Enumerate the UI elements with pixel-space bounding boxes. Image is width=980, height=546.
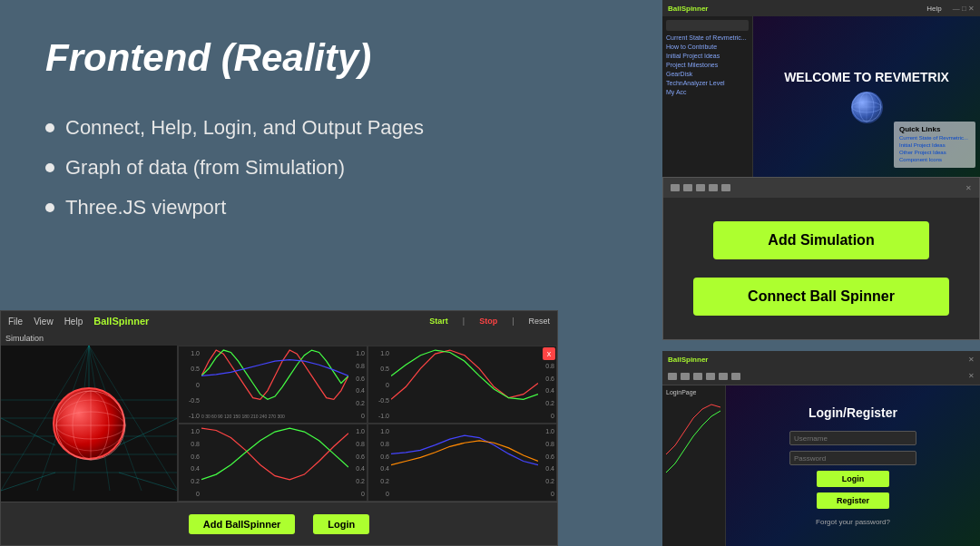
y2-label-2: 0 — [370, 382, 389, 388]
login-sidebar-graph — [666, 400, 725, 509]
page-title: Frontend (Reality) — [45, 36, 590, 80]
quick-link-4[interactable]: Component Icons — [899, 157, 970, 162]
sidebar-item-7[interactable]: My Acc — [666, 89, 749, 95]
y3-label-1: 0.8 — [181, 441, 200, 447]
login-toolbar-icon-5 — [719, 373, 728, 380]
login-toolbar-icon-1 — [668, 373, 677, 380]
graph-4-y-axis-right: 1.0 0.8 0.6 0.4 0.2 0 — [538, 424, 556, 501]
bullet-item-3: Three.JS viewport — [45, 196, 590, 219]
graphs-close-button[interactable]: x — [543, 347, 555, 360]
menu-file[interactable]: File — [8, 317, 23, 327]
login-toolbar-icon-2 — [681, 373, 690, 380]
y-label-1-4: -1.0 — [181, 413, 200, 419]
add-ballspinner-button[interactable]: Add BallSpinner — [189, 514, 296, 534]
sim-label: Simulation — [5, 334, 44, 343]
app-title: BallSpinner — [93, 316, 149, 327]
yr3-1: 0.8 — [350, 441, 365, 447]
red-ball — [53, 387, 125, 460]
y4-label-4: 0.2 — [370, 478, 389, 484]
login-toolbar-close[interactable]: ✕ — [968, 372, 975, 380]
login-button-app[interactable]: Login — [313, 514, 369, 534]
sidebar-item-6[interactable]: TechnAnalyzer Level — [666, 80, 749, 86]
quick-link-3[interactable]: Other Project Ideas — [899, 150, 970, 155]
app-titlebar: File View Help BallSpinner Start | Stop … — [1, 311, 557, 331]
graph-3-svg — [201, 424, 348, 483]
add-simulation-button[interactable]: Add Simulation — [713, 221, 928, 259]
mid-toolbar: ✕ — [663, 178, 979, 198]
toolbar-icon-2 — [683, 184, 692, 191]
login-page-label: LoginPage — [666, 389, 721, 395]
graph-3-y-axis: 1.0 0.8 0.6 0.4 0.2 0 — [179, 424, 201, 501]
welcome-ball-svg — [851, 92, 883, 123]
yr4-2: 0.6 — [540, 453, 554, 460]
yr3-0: 1.0 — [350, 428, 365, 434]
mid-close-icon[interactable]: ✕ — [965, 184, 972, 192]
yr4-4: 0.2 — [540, 478, 554, 484]
y-label-1-3: -0.5 — [181, 397, 200, 404]
bullet-item-1: Connect, Help, Login, and Output Pages — [45, 116, 590, 140]
graph-2-svg — [391, 346, 538, 405]
sidebar-search-box[interactable] — [666, 20, 749, 31]
graph-panel-2: 1.0 0.5 0 -0.5 -1.0 1.0 0.8 0.6 0.4 0.2 … — [368, 346, 557, 424]
forgot-password-link[interactable]: Forgot your password? — [816, 518, 890, 526]
register-button[interactable]: Register — [817, 492, 889, 509]
toolbar-icon-4 — [709, 184, 718, 191]
bullet-item-2: Graph of data (from Simulation) — [45, 156, 590, 180]
graph-3-y-axis-right: 1.0 0.8 0.6 0.4 0.2 0 — [348, 424, 367, 501]
sidebar-item-5[interactable]: GearDisk — [666, 71, 749, 77]
y-label-1-1: 0.5 — [181, 366, 200, 372]
welcome-toolbar-icons: — □ ✕ — [953, 5, 975, 13]
y3-label-3: 0.4 — [181, 465, 200, 472]
sidebar-item-3[interactable]: Initial Project Ideas — [666, 53, 749, 59]
svg-line-14 — [1, 473, 55, 491]
y4-label-5: 0 — [370, 491, 389, 497]
sidebar-item-1[interactable]: Current State of Revmetric... — [666, 34, 749, 41]
login-content: LoginPage Login/Register Login Register … — [662, 385, 980, 546]
sidebar-item-4[interactable]: Project Milestones — [666, 62, 749, 68]
yr2-4: 0.2 — [540, 400, 554, 406]
welcome-main-area: WELCOME TO REVMETRIX Quick Links Current… — [753, 16, 980, 177]
yr-1-3: 0.4 — [350, 387, 365, 394]
menu-view[interactable]: View — [34, 317, 54, 327]
welcome-menu-help[interactable]: Help — [926, 5, 941, 13]
welcome-titlebar: BallSpinner Help — □ ✕ — [662, 0, 980, 16]
yr-1-1: 0.8 — [350, 363, 365, 369]
login-toolbar: ✕ — [662, 367, 980, 385]
bullet-dot-1 — [45, 123, 54, 132]
y4-label-2: 0.6 — [370, 453, 389, 460]
graphs-area: x 1.0 0.5 0 -0.5 -1.0 — [178, 346, 557, 502]
yr2-1: 0.8 — [540, 363, 554, 369]
yr2-2: 0.6 — [540, 375, 554, 382]
login-sidebar: LoginPage — [662, 385, 726, 546]
welcome-screenshot: BallSpinner Help — □ ✕ Current State of … — [662, 0, 980, 177]
bullet-dot-3 — [45, 203, 54, 212]
username-input[interactable] — [789, 431, 916, 445]
x-label: 0 30 60 90 120 150 180 210 240 270 300 — [201, 414, 285, 419]
y4-label-1: 0.8 — [370, 441, 389, 447]
reset-button[interactable]: Reset — [528, 317, 550, 326]
quick-link-2[interactable]: Initial Project Ideas — [899, 142, 970, 148]
password-input[interactable] — [789, 451, 916, 465]
start-button[interactable]: Start — [429, 317, 448, 326]
app-menu: File View Help — [8, 317, 83, 327]
svg-line-11 — [1, 418, 55, 445]
yr4-1: 0.8 — [540, 441, 554, 447]
yr3-4: 0.2 — [350, 478, 365, 484]
menu-help[interactable]: Help — [64, 317, 83, 327]
yr-1-4: 0.2 — [350, 400, 365, 406]
quick-link-1[interactable]: Current State of Revmetric... — [899, 135, 970, 141]
y3-label-4: 0.2 — [181, 478, 200, 484]
connect-ball-spinner-button[interactable]: Connect Ball Spinner — [693, 278, 949, 316]
login-close[interactable]: ✕ — [968, 356, 975, 364]
graph-4-y-axis: 1.0 0.8 0.6 0.4 0.2 0 — [368, 424, 391, 501]
login-toolbar-icon-4 — [706, 373, 715, 380]
y2-label-0: 1.0 — [370, 350, 389, 356]
svg-line-12 — [119, 418, 177, 445]
graph-1-x-axis: 0 30 60 90 120 150 180 210 240 270 300 — [201, 409, 348, 423]
quick-links-title: Quick Links — [899, 125, 970, 133]
sidebar-item-2[interactable]: How to Contribute — [666, 44, 749, 50]
stop-button[interactable]: Stop — [479, 317, 497, 326]
login-submit-button[interactable]: Login — [817, 471, 889, 487]
app-bottom-buttons: Add BallSpinner Login — [1, 502, 557, 545]
graph-panel-3: 1.0 0.8 0.6 0.4 0.2 0 1.0 0.8 0.6 0.4 0.… — [178, 424, 368, 502]
